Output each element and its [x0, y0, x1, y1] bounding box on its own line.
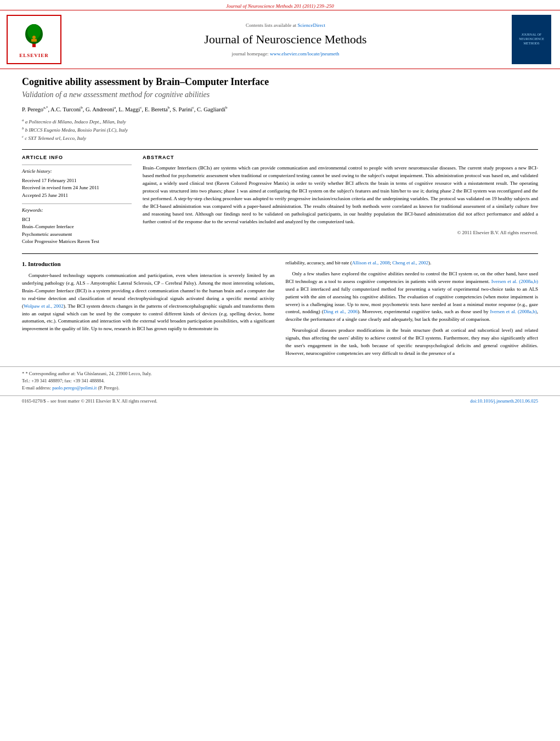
contents-text: Contents lists available at [246, 22, 296, 28]
affiliation-c: c c SXT Telemed srl, Lecco, Italy [22, 134, 538, 142]
intro-para-right-2: Only a few studies have explored the cog… [286, 270, 539, 324]
homepage-label: journal homepage: [232, 51, 269, 56]
svg-rect-5 [31, 39, 37, 42]
intro-para-1: Computer-based technology supports commu… [22, 272, 275, 333]
journal-homepage-line: journal homepage: www.elsevier.com/locat… [232, 51, 340, 56]
journal-title: Journal of Neuroscience Methods [204, 32, 366, 47]
journal-ref-bar: Journal of Neuroscience Methods 201 (201… [0, 0, 560, 10]
section-1-heading: 1. Introduction [22, 259, 275, 269]
footnote-email-line: E-mail address: paolo.perego@polimi.it (… [22, 384, 538, 392]
keyword-brain-computer-interface: Brain–Computer Interface [22, 223, 132, 231]
ref-wolpaw[interactable]: Wolpaw et al., 2002 [24, 303, 64, 309]
journal-reference: Journal of Neuroscience Methods 201 (201… [226, 3, 333, 9]
bottom-bar: 0165-0270/$ – see front matter © 2011 El… [0, 395, 560, 406]
keyword-raven: Color Progressive Matrices Raven Test [22, 238, 132, 246]
journal-header: ELSEVIER Contents lists available at Sci… [0, 10, 560, 69]
journal-info-center: Contents lists available at ScienceDirec… [68, 15, 503, 64]
elsevier-logo: ELSEVIER [7, 15, 61, 64]
corresponding-email[interactable]: paolo.perego@polimi.it [52, 385, 97, 391]
issn-line: 0165-0270/$ – see front matter © 2011 El… [22, 398, 157, 404]
email-suffix: (P. Perego). [98, 385, 119, 391]
sciencedirect-link[interactable]: ScienceDirect [298, 22, 325, 28]
intro-para-right-1: reliability, accuracy, and bit-rate (All… [286, 259, 539, 267]
article-history: Article history: Received 17 February 20… [22, 165, 132, 199]
elsevier-name: ELSEVIER [19, 53, 49, 58]
article-title: Cognitive ability assessment by Brain–Co… [22, 76, 538, 88]
abstract-col: ABSTRACT Brain–Computer Interfaces (BCIs… [143, 154, 538, 246]
doi-line: doi:10.1016/j.jneumeth.2011.06.025 [470, 398, 538, 404]
ref-iversen[interactable]: Iversen et al. (2008a,b) [491, 279, 538, 284]
keyword-bci: BCI [22, 216, 132, 224]
section-divider [22, 253, 538, 254]
copyright: © 2011 Elsevier B.V. All rights reserved… [143, 229, 538, 237]
body-content: 1. Introduction Computer-based technolog… [22, 259, 538, 361]
footnote-line-2: Tel.: +39 341 488897; fax: +39 341 48888… [22, 377, 538, 384]
footnote-star: * [22, 371, 24, 376]
revised-date: Received in revised form 24 June 2011 [22, 184, 132, 192]
keywords-label: Keywords: [22, 207, 132, 214]
affiliation-b: b b IRCCS Eugenio Medea, Bosisio Parini … [22, 126, 538, 134]
keyword-psychometric: Psychometric assessment [22, 231, 132, 239]
article-info-col: ARTICLE INFO Article history: Received 1… [22, 154, 132, 246]
cover-title-text: JOURNAL OF NEUROSCIENCE METHODS [519, 33, 544, 46]
email-label: E-mail address: [22, 385, 51, 391]
keywords-section: Keywords: BCI Brain–Computer Interface P… [22, 203, 132, 246]
journal-cover: JOURNAL OF NEUROSCIENCE METHODS [510, 15, 553, 64]
footnote-area: * * Corresponding author at: Via Ghislan… [0, 366, 560, 391]
ref-allison[interactable]: Allison et al., 2008 [352, 260, 390, 265]
homepage-url[interactable]: www.elsevier.com/locate/jneumeth [270, 51, 339, 56]
elsevier-tree-icon [19, 21, 49, 52]
cover-thumbnail: JOURNAL OF NEUROSCIENCE METHODS [512, 15, 551, 64]
affiliations: a a Politecnico di Milano, Indaco Dept.,… [22, 117, 538, 143]
history-label: Article history: [22, 168, 132, 176]
article-info-heading: ARTICLE INFO [22, 154, 132, 162]
accepted-date: Accepted 25 June 2011 [22, 192, 132, 200]
affiliation-a: a a Politecnico di Milano, Indaco Dept.,… [22, 117, 538, 126]
svg-point-4 [32, 36, 36, 39]
body-col-left: 1. Introduction Computer-based technolog… [22, 259, 275, 361]
footnote-line-1: * * Corresponding author at: Via Ghislan… [22, 370, 538, 377]
article-subtitle: Validation of a new assessment method fo… [22, 90, 538, 99]
abstract-heading: ABSTRACT [143, 154, 538, 162]
article-info-abstract: ARTICLE INFO Article history: Received 1… [22, 149, 538, 246]
section-number: 1. [22, 261, 26, 267]
ref-iversen2[interactable]: Iversen et al. (2008a,b) [490, 309, 536, 314]
intro-para-right-3: Neurological diseases produce modificati… [286, 327, 539, 358]
ref-cheng[interactable]: Cheng et al., 2002 [392, 260, 428, 265]
received-date: Received 17 February 2011 [22, 177, 132, 185]
ref-ding[interactable]: Ding et al., 2006 [324, 309, 358, 314]
abstract-text: Brain–Computer Interfaces (BCIs) are sys… [143, 165, 538, 226]
contents-available-line: Contents lists available at ScienceDirec… [246, 22, 325, 28]
section-title: Introduction [28, 261, 61, 267]
main-content: Cognitive ability assessment by Brain–Co… [0, 69, 560, 366]
authors-line: P. Peregoa,*, A.C. Turconib, G. Andreoni… [22, 105, 538, 114]
body-col-right: reliability, accuracy, and bit-rate (All… [286, 259, 539, 361]
